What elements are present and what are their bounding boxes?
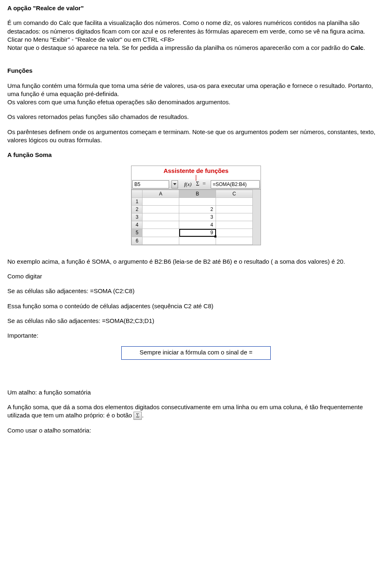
- para-como-usar-atalho: Como usar o atalho somatória:: [7, 426, 385, 435]
- para-realce-1: É um comando do Calc que facilita a visu…: [7, 19, 385, 52]
- row-header[interactable]: 2: [132, 205, 143, 213]
- cell[interactable]: [143, 197, 179, 205]
- name-box-dropdown[interactable]: [172, 180, 178, 188]
- formula-bar: B5 f(x) Σ = =SOMA(B2:B4): [131, 179, 261, 190]
- heading-funcao-soma: A função Soma: [7, 151, 385, 159]
- cell[interactable]: [216, 221, 253, 229]
- para-funcoes-2: Os valores retornados pelas funções são …: [7, 113, 385, 121]
- sum-button[interactable]: Σ: [194, 180, 201, 188]
- cell[interactable]: [216, 213, 253, 221]
- col-header-a[interactable]: A: [143, 190, 179, 197]
- text: .: [363, 44, 365, 51]
- equals-button[interactable]: =: [201, 180, 207, 188]
- tip-box: Sempre iniciar a fórmula com o sinal de …: [121, 346, 271, 359]
- cell[interactable]: 2: [179, 205, 216, 213]
- text: É um comando do Calc que facilita a visu…: [7, 19, 365, 34]
- cell[interactable]: [216, 229, 253, 237]
- para-atalho: A função soma, que dá a soma dos element…: [7, 403, 385, 420]
- function-wizard-button[interactable]: f(x): [184, 181, 192, 188]
- row-header[interactable]: 4: [132, 221, 143, 229]
- cell[interactable]: [179, 197, 216, 205]
- cell[interactable]: [143, 221, 179, 229]
- text: A função soma, que dá a soma dos element…: [7, 403, 363, 419]
- spreadsheet: Assistente de funções | B5 f(x) Σ = =SOM…: [131, 166, 261, 245]
- caption-pointer: |: [131, 176, 261, 179]
- heading-realce: A opção "Realce de valor": [7, 4, 385, 12]
- para-nao-adjacentes: Se as células não são adjacentes: =SOMA(…: [7, 317, 385, 325]
- sigma-icon: Σ: [134, 412, 142, 420]
- calc-bold: Calc: [351, 44, 364, 51]
- cell[interactable]: [143, 213, 179, 221]
- row-header[interactable]: 6: [132, 237, 143, 244]
- text: Clicar no Menu "Exibir" - "Realce de val…: [7, 36, 174, 43]
- row-header[interactable]: 5: [132, 229, 143, 237]
- spreadsheet-figure: Assistente de funções | B5 f(x) Σ = =SOM…: [7, 166, 385, 245]
- cell[interactable]: [216, 197, 253, 205]
- cell[interactable]: [179, 237, 216, 244]
- cell[interactable]: [216, 237, 253, 244]
- cell[interactable]: [143, 237, 179, 244]
- para-adjacentes: Se as células são adjacentes: =SOMA (C2:…: [7, 287, 385, 295]
- row-header[interactable]: 3: [132, 213, 143, 221]
- text: .: [142, 412, 143, 419]
- para-adjacentes-desc: Essa função soma o conteúdo de células a…: [7, 302, 385, 310]
- row-header[interactable]: 1: [132, 197, 143, 205]
- spreadsheet-grid: A B C 1 2 2 3 3 4: [131, 190, 253, 245]
- name-box[interactable]: B5: [132, 180, 169, 188]
- para-soma-explain: No exemplo acima, a função é SOMA, o arg…: [7, 258, 385, 266]
- col-header-c[interactable]: C: [216, 190, 253, 197]
- corner-cell[interactable]: [132, 190, 143, 197]
- text: Notar que o destaque só aparece na tela.…: [7, 44, 351, 51]
- cell[interactable]: 3: [179, 213, 216, 221]
- cell[interactable]: 4: [179, 221, 216, 229]
- cell-selected[interactable]: 9: [179, 229, 216, 237]
- text: Os valores com que uma função efetua ope…: [7, 99, 230, 105]
- heading-funcoes: Funções: [7, 67, 385, 75]
- para-funcoes-1: Uma função contém uma fórmula que toma u…: [7, 82, 385, 107]
- para-funcoes-3: Os parênteses definem onde os argumentos…: [7, 128, 385, 145]
- cell[interactable]: [143, 205, 179, 213]
- cell[interactable]: [216, 205, 253, 213]
- cell[interactable]: [143, 229, 179, 237]
- col-header-b[interactable]: B: [179, 190, 216, 197]
- formula-input[interactable]: =SOMA(B2:B4): [211, 180, 260, 188]
- text: Uma função contém uma fórmula que toma u…: [7, 82, 373, 97]
- para-como-digitar: Como digitar: [7, 272, 385, 280]
- heading-atalho: Um atalho: a função somatória: [7, 388, 385, 397]
- para-importante: Importante:: [7, 332, 385, 340]
